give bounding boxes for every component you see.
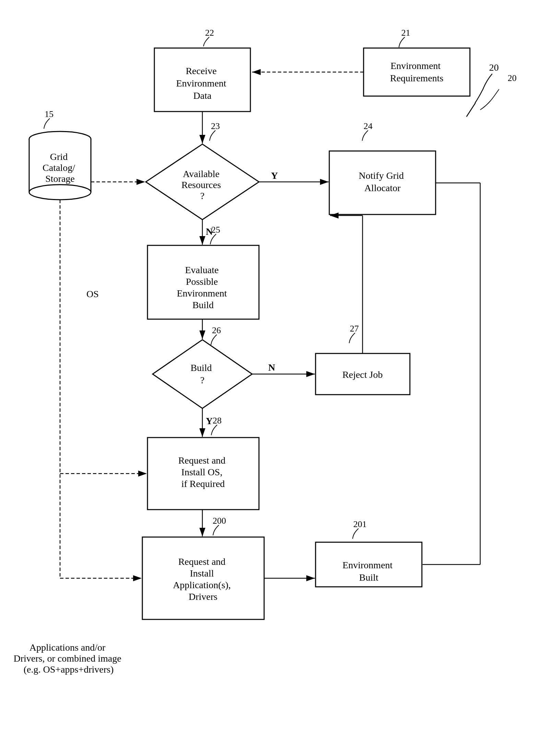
node21-number: 21 (401, 28, 410, 38)
node23-number: 23 (211, 121, 220, 131)
flowchart-diagram: 20 22 Receive Environment Data 21 Enviro… (0, 0, 544, 756)
env-req-box (364, 48, 470, 96)
cylinder-bottom (29, 185, 91, 200)
os-label: OS (86, 289, 99, 299)
no-label-1: N (206, 226, 213, 237)
node15-number: 15 (45, 109, 54, 119)
node24-number: 24 (364, 121, 372, 131)
no-label-2: N (268, 362, 275, 373)
yes-label-1: Y (271, 170, 278, 181)
node28-number: 28 (213, 416, 222, 426)
request-os-label: Request and Install OS, if Required (178, 455, 228, 489)
yes-label-2: Y (206, 416, 213, 426)
node27-number: 27 (350, 324, 359, 334)
node26-number: 26 (212, 325, 221, 335)
node22-number: 22 (205, 28, 214, 38)
node201-number: 201 (353, 519, 367, 529)
apps-label: Applications and/or Drivers, or combined… (13, 642, 123, 675)
figure-number: 20 (508, 73, 517, 83)
reject-job-label: Reject Job (342, 369, 382, 380)
node200-number: 200 (213, 516, 226, 526)
fig-number-20: 20 (489, 62, 499, 73)
